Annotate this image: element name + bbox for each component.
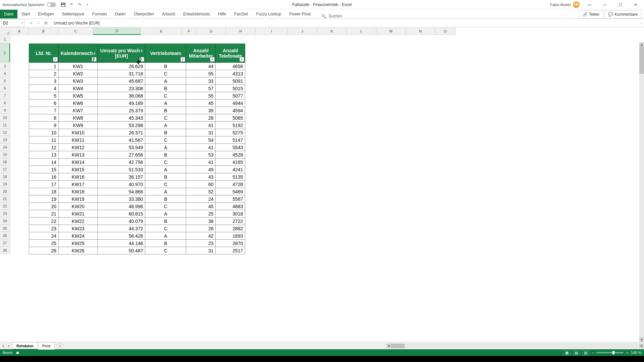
table-cell[interactable]: KW12 (59, 144, 98, 151)
table-cell[interactable]: 33 (186, 77, 216, 85)
ribbon-tab-power pivot[interactable]: Power Pivot (285, 10, 315, 18)
table-cell[interactable]: A (145, 188, 186, 195)
row-header-3[interactable]: 3 (0, 62, 10, 70)
row-header-4[interactable]: 4 (0, 70, 10, 77)
table-cell[interactable]: 52 (186, 188, 216, 195)
table-cell[interactable]: B (145, 107, 186, 114)
table-row[interactable]: 6KW649.189A454944 (29, 100, 245, 107)
table-cell[interactable]: 44.372 (98, 225, 145, 232)
table-cell[interactable]: 10 (29, 129, 59, 136)
table-cell[interactable]: 33.380 (98, 195, 145, 203)
table-cell[interactable]: 54.866 (98, 188, 145, 195)
table-row[interactable]: 18KW1854.866A525469 (29, 188, 245, 195)
table-cell[interactable]: 41 (186, 144, 216, 151)
name-box[interactable]: D2 (1, 19, 25, 27)
table-cell[interactable]: KW17 (59, 181, 98, 188)
row-header-7[interactable]: 7 (0, 92, 10, 99)
table-cell[interactable]: KW26 (59, 247, 98, 254)
table-row[interactable]: 23KW2344.372C262882 (29, 225, 245, 232)
table-cell[interactable]: 9 (29, 122, 59, 129)
row-header-18[interactable]: 18 (0, 173, 10, 180)
table-row[interactable]: 24KW2456.426A421693 (29, 232, 245, 240)
table-cell[interactable]: 2517 (216, 247, 245, 254)
table-cell[interactable]: KW19 (59, 195, 98, 203)
table-cell[interactable]: 5015 (216, 85, 245, 92)
row-header-24[interactable]: 24 (0, 217, 10, 225)
table-cell[interactable]: 51.533 (98, 166, 145, 173)
table-cell[interactable]: 24 (29, 232, 59, 240)
table-row[interactable]: 5KW538.068C555077 (29, 92, 245, 100)
table-cell[interactable]: 21 (29, 210, 59, 218)
table-cell[interactable]: 39 (186, 107, 216, 114)
table-cell[interactable]: B (145, 85, 186, 92)
table-cell[interactable]: KW9 (59, 122, 98, 129)
qat-dropdown-icon[interactable]: ▾ (85, 2, 90, 7)
hscroll-thumb[interactable] (391, 344, 405, 348)
scroll-down-icon[interactable]: ▾ (639, 337, 644, 342)
column-header-E[interactable]: E (141, 27, 182, 35)
table-cell[interactable]: KW16 (59, 173, 98, 181)
table-cell[interactable]: C (145, 225, 186, 232)
maximize-icon[interactable]: ☐ (614, 1, 626, 9)
table-cell[interactable]: 23.308 (98, 85, 145, 92)
table-cell[interactable]: 28 (186, 114, 216, 122)
ribbon-tab-fuzzy lookup[interactable]: Fuzzy Lookup (252, 10, 285, 18)
row-header-25[interactable]: 25 (0, 225, 10, 232)
table-cell[interactable]: 31.718 (98, 70, 145, 77)
normal-view-icon[interactable]: ▦ (564, 350, 570, 355)
table-cell[interactable]: 5192 (216, 122, 245, 129)
row-header-13[interactable]: 13 (0, 136, 10, 143)
table-cell[interactable]: KW6 (59, 100, 98, 107)
autosave-toggle[interactable]: Automatisches Speichern (0, 2, 59, 7)
row-header-8[interactable]: 8 (0, 99, 10, 107)
table-cell[interactable]: 2 (29, 70, 59, 77)
ribbon-tab-entwicklertools[interactable]: Entwicklertools (179, 10, 214, 18)
ribbon-tab-seitenlayout[interactable]: Seitenlayout (58, 10, 88, 18)
table-cell[interactable]: 2870 (216, 240, 245, 247)
row-header-15[interactable]: 15 (0, 151, 10, 158)
table-cell[interactable]: 55 (186, 92, 216, 100)
table-header[interactable]: Anzahl Mitarbeiter▾ (186, 44, 216, 63)
row-header-12[interactable]: 12 (0, 129, 10, 136)
table-cell[interactable]: 50.487 (98, 247, 145, 254)
table-cell[interactable]: 31 (186, 129, 216, 136)
table-cell[interactable]: 40.079 (98, 218, 145, 225)
table-cell[interactable]: 26 (186, 225, 216, 232)
row-header-28[interactable]: 28 (0, 247, 10, 254)
table-cell[interactable]: 56.426 (98, 232, 145, 240)
ribbon-tab-datei[interactable]: Datei (0, 10, 17, 18)
table-header[interactable]: Anzahl Telefonate▾ (216, 44, 245, 63)
table-cell[interactable]: 4313 (216, 70, 245, 77)
table-cell[interactable]: B (145, 151, 186, 159)
fx-icon[interactable]: fx (43, 20, 49, 26)
table-cell[interactable]: 5147 (216, 136, 245, 144)
sheet-tab-pivot[interactable]: Pivot (38, 343, 55, 350)
table-row[interactable]: 17KW1740.970C604728 (29, 181, 245, 188)
cells-area[interactable]: Lfd. Nr.▾Kalenderwoche▾Umsatz pro Woche … (10, 35, 644, 342)
table-cell[interactable]: 3018 (216, 210, 245, 218)
row-header-11[interactable]: 11 (0, 121, 10, 129)
table-cell[interactable]: 8 (29, 114, 59, 122)
table-cell[interactable]: KW14 (59, 159, 98, 166)
page-break-view-icon[interactable]: ▥ (582, 350, 589, 355)
table-cell[interactable]: 2722 (216, 218, 245, 225)
table-cell[interactable]: B (145, 173, 186, 181)
row-header-6[interactable]: 6 (0, 84, 10, 92)
table-cell[interactable]: 5543 (216, 144, 245, 151)
zoom-in-icon[interactable]: + (626, 351, 628, 355)
table-row[interactable]: 13KW1327.656B534528 (29, 151, 245, 159)
table-cell[interactable]: KW23 (59, 225, 98, 232)
column-header-G[interactable]: G (197, 27, 226, 35)
table-header[interactable]: Umsatz pro Woche [EUR]▾ (98, 44, 145, 63)
table-header[interactable]: Kalenderwoche▾ (59, 44, 98, 63)
table-cell[interactable]: 43 (186, 173, 216, 181)
table-cell[interactable]: 26.371 (98, 129, 145, 136)
table-cell[interactable]: 4944 (216, 100, 245, 107)
table-cell[interactable]: 3 (29, 77, 59, 85)
table-cell[interactable]: 53 (186, 151, 216, 159)
table-row[interactable]: 14KW1442.756C414165 (29, 159, 245, 166)
table-cell[interactable]: 1693 (216, 232, 245, 240)
sheet-tab-rohdaten[interactable]: Rohdaten (12, 343, 38, 350)
close-icon[interactable]: ✕ (630, 1, 641, 9)
table-cell[interactable]: 44.146 (98, 240, 145, 247)
